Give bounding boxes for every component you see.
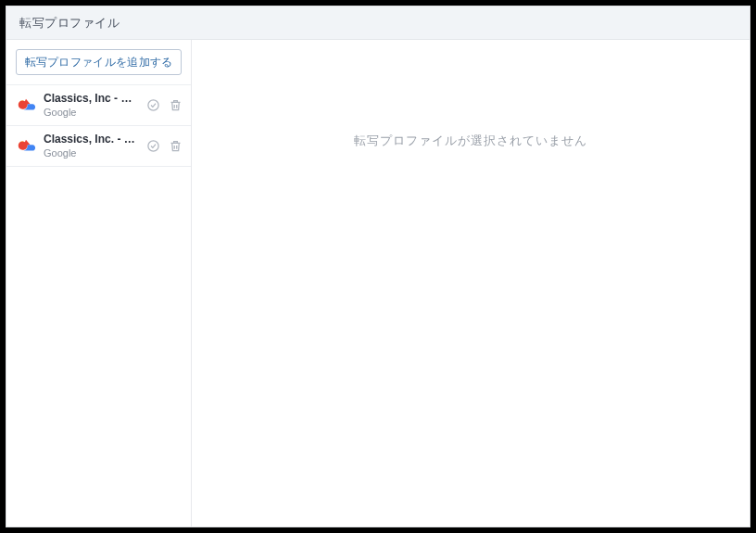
profile-item-subtitle: Google [44,106,137,119]
profile-item-actions [145,138,183,155]
page-header: 転写プロファイル [6,6,750,40]
svg-point-1 [147,141,158,151]
profile-item-title: Classics, Inc - Spa... [44,92,137,107]
app-container: 転写プロファイル 転写プロファイルを追加する [6,6,750,527]
profile-list: Classics, Inc - Spa... Google [6,84,191,167]
profile-item-title: Classics, Inc. - En... [44,133,137,147]
profile-item-text: Classics, Inc - Spa... Google [44,92,137,120]
trash-icon[interactable] [167,138,183,155]
profile-list-item[interactable]: Classics, Inc - Spa... Google [6,85,191,126]
check-circle-icon[interactable] [145,138,161,155]
google-cloud-icon [16,95,36,116]
page-title: 転写プロファイル [19,15,120,32]
sidebar: 転写プロファイルを追加する [6,40,192,527]
add-profile-button[interactable]: 転写プロファイルを追加する [16,49,182,75]
profile-item-text: Classics, Inc. - En... Google [44,133,137,160]
check-circle-icon[interactable] [145,97,161,114]
svg-point-0 [147,100,158,110]
profile-item-actions [145,97,183,114]
profile-item-subtitle: Google [44,146,137,159]
profile-list-item[interactable]: Classics, Inc. - En... Google [6,126,191,167]
main-content: 転写プロファイルが選択されていません [192,40,750,527]
trash-icon[interactable] [167,97,183,114]
body: 転写プロファイルを追加する [6,40,750,527]
google-cloud-icon [16,136,36,157]
add-profile-button-label: 転写プロファイルを追加する [25,55,173,70]
empty-state-message: 転写プロファイルが選択されていません [354,133,587,149]
